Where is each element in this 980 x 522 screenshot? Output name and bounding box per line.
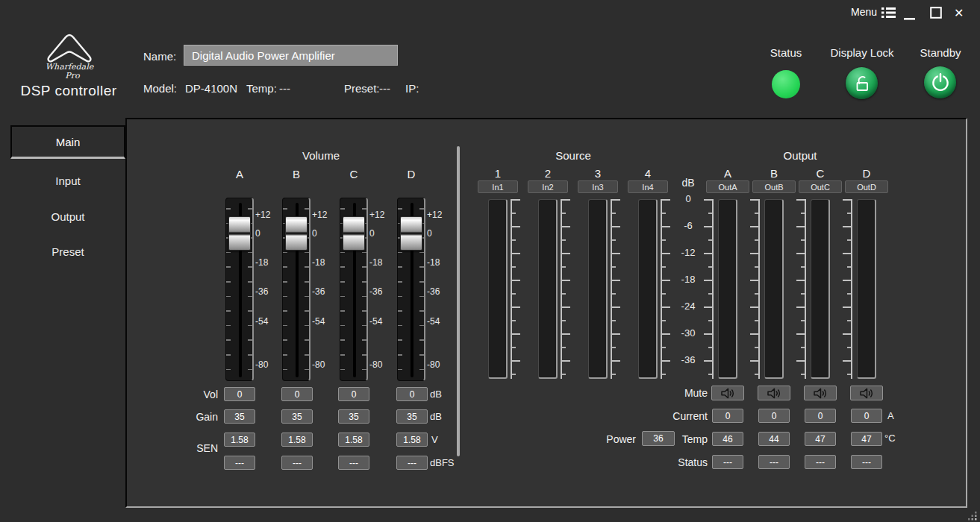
close-icon[interactable]: ✕ bbox=[954, 6, 964, 20]
fader-d-scale-m18: -18 bbox=[427, 257, 452, 268]
volume-section-title: Volume bbox=[291, 149, 351, 162]
volume-channel-d: D bbox=[396, 168, 426, 180]
gain-value-c[interactable]: 35 bbox=[338, 409, 369, 424]
fader-d-knob[interactable] bbox=[400, 216, 422, 251]
fader-b-scale-m36: -36 bbox=[312, 286, 337, 297]
fader-d: +12 0 -18 -36 -54 -80 bbox=[397, 198, 454, 381]
fader-d-scale-p12: +12 bbox=[427, 210, 452, 220]
mute-a-button[interactable] bbox=[711, 386, 744, 400]
input-3-button[interactable]: In3 bbox=[578, 180, 618, 193]
standby-label: Standby bbox=[910, 46, 971, 59]
vol-value-a[interactable]: 0 bbox=[224, 387, 255, 401]
source-meter-2-bar bbox=[538, 199, 558, 379]
gain-value-b[interactable]: 35 bbox=[281, 409, 313, 424]
temp-value-c: 47 bbox=[805, 432, 836, 446]
fader-c-knob[interactable] bbox=[343, 216, 365, 251]
current-value-d: 0 bbox=[851, 409, 882, 423]
sen-dbfs-value-b: --- bbox=[281, 456, 313, 470]
sen-dbfs-value-c: --- bbox=[338, 456, 369, 470]
preset-label: Preset: bbox=[344, 82, 380, 95]
sen-dbfs-value-d: --- bbox=[396, 456, 428, 470]
fader-a-scale-m80: -80 bbox=[255, 359, 281, 370]
sen-dbfs-unit: dBFS bbox=[430, 457, 455, 468]
fader-c-scale-m18: -18 bbox=[369, 257, 395, 268]
vol-value-c[interactable]: 0 bbox=[338, 387, 369, 401]
fader-b-scale-m18: -18 bbox=[312, 257, 337, 268]
preset-value: --- bbox=[379, 82, 390, 95]
vol-value-d[interactable]: 0 bbox=[396, 387, 428, 401]
fader-b-scale-m54: -54 bbox=[312, 316, 337, 327]
output-d-button[interactable]: OutD bbox=[845, 180, 888, 193]
speaker-icon bbox=[720, 388, 735, 399]
fader-b-scale-p12: +12 bbox=[312, 210, 337, 220]
fader-c-scale-m80: -80 bbox=[369, 359, 395, 370]
vol-row-label: Vol bbox=[179, 389, 218, 400]
status-value-b: --- bbox=[758, 455, 790, 469]
menu-list-icon[interactable] bbox=[881, 6, 896, 19]
temp-label: Temp: bbox=[246, 82, 277, 95]
source-meter-3-bar bbox=[588, 199, 608, 379]
fader-c-scale-m36: -36 bbox=[369, 286, 395, 297]
source-meter-4 bbox=[638, 199, 672, 379]
input-1-button[interactable]: In1 bbox=[478, 180, 518, 193]
status-value-c: --- bbox=[805, 455, 836, 469]
minimize-icon[interactable] bbox=[904, 11, 916, 25]
tab-main[interactable]: Main bbox=[10, 125, 125, 159]
temp-value: --- bbox=[279, 82, 290, 95]
power-label: Power bbox=[582, 433, 636, 445]
tab-preset[interactable]: Preset bbox=[10, 245, 125, 259]
resize-grip-icon[interactable] bbox=[967, 510, 978, 522]
temp-value-b: 44 bbox=[758, 432, 790, 446]
fader-d-scale-m80: -80 bbox=[427, 359, 452, 370]
gain-value-d[interactable]: 35 bbox=[396, 409, 428, 424]
sen-v-value-b[interactable]: 1.58 bbox=[281, 433, 313, 447]
fader-a-scale-0: 0 bbox=[255, 228, 281, 239]
output-b-button[interactable]: OutB bbox=[752, 180, 796, 193]
fader-b: +12 0 -18 -36 -54 -80 bbox=[282, 198, 339, 381]
input-4-button[interactable]: In4 bbox=[628, 180, 668, 193]
fader-a-scale-m54: -54 bbox=[255, 316, 281, 327]
output-meter-b bbox=[749, 199, 784, 379]
mute-c-button[interactable] bbox=[804, 386, 837, 400]
display-lock-button[interactable] bbox=[846, 67, 878, 99]
status-value-d: --- bbox=[851, 455, 882, 469]
sen-row-label: SEN bbox=[179, 442, 218, 454]
gain-value-a[interactable]: 35 bbox=[224, 409, 255, 424]
input-2-button[interactable]: In2 bbox=[528, 180, 568, 193]
output-meter-a bbox=[702, 199, 737, 379]
output-meter-c bbox=[795, 199, 830, 379]
app-title: DSP controller bbox=[6, 83, 131, 99]
speaker-icon bbox=[767, 388, 781, 399]
output-c-button[interactable]: OutC bbox=[799, 180, 842, 193]
tab-output[interactable]: Output bbox=[10, 210, 125, 224]
menu-button-label[interactable]: Menu bbox=[851, 6, 877, 18]
sen-v-value-d[interactable]: 1.58 bbox=[396, 433, 428, 447]
fader-c-scale-p12: +12 bbox=[369, 210, 395, 220]
device-name-input[interactable] bbox=[184, 45, 398, 66]
fader-a: +12 0 -18 -36 -54 -80 bbox=[225, 198, 282, 381]
mute-d-button[interactable] bbox=[850, 386, 883, 400]
sen-v-value-a[interactable]: 1.58 bbox=[224, 433, 255, 447]
source-channel-3: 3 bbox=[583, 167, 613, 180]
tab-input[interactable]: Input bbox=[10, 174, 125, 188]
fader-a-scale-m18: -18 bbox=[255, 257, 281, 268]
maximize-icon[interactable] bbox=[930, 7, 942, 22]
volume-channel-b: B bbox=[281, 168, 311, 180]
mute-b-button[interactable] bbox=[758, 386, 790, 400]
standby-button[interactable] bbox=[924, 66, 956, 98]
current-unit: A bbox=[887, 410, 894, 421]
fader-a-knob[interactable] bbox=[228, 216, 251, 251]
sen-v-value-c[interactable]: 1.58 bbox=[338, 433, 369, 447]
temp-value-d: 47 bbox=[851, 432, 882, 446]
vol-value-b[interactable]: 0 bbox=[281, 387, 313, 401]
speaker-icon bbox=[859, 388, 874, 399]
sen-dbfs-value-a: --- bbox=[224, 456, 255, 470]
fader-b-scale-0: 0 bbox=[312, 228, 337, 239]
db-scale-m12: -12 bbox=[673, 247, 703, 258]
power-icon bbox=[929, 72, 952, 94]
output-a-button[interactable]: OutA bbox=[706, 180, 749, 193]
fader-b-knob[interactable] bbox=[285, 216, 308, 251]
dsp-controller-window: Menu ✕ Wharfedale Pro DSP controller Nam… bbox=[0, 0, 980, 522]
output-channel-b: B bbox=[759, 167, 789, 180]
db-scale-m30: -30 bbox=[673, 327, 703, 339]
